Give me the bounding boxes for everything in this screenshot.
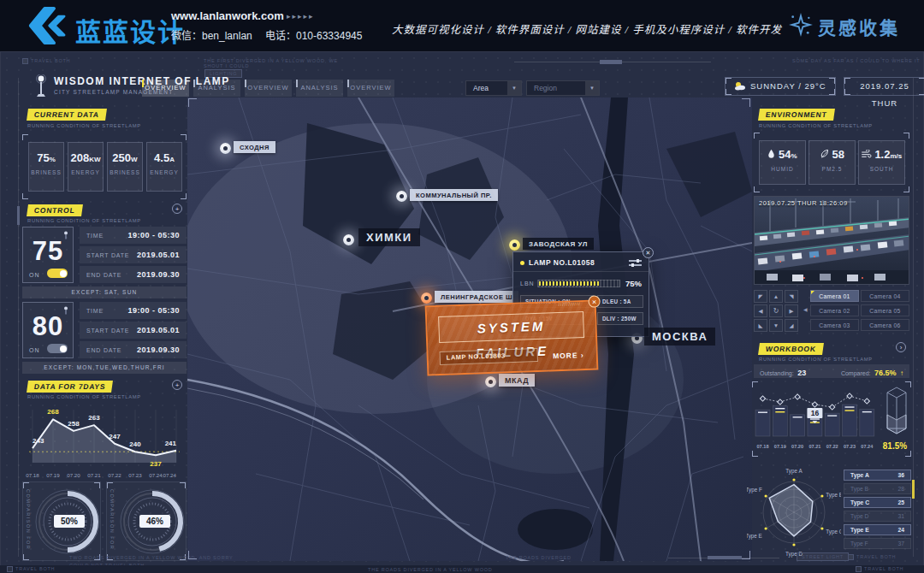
lamp-toggle[interactable] [47, 344, 68, 353]
env-wind: 1.2m/s SOUTH [858, 140, 905, 185]
decor-text: THE ROADS DIVERGED [506, 555, 572, 560]
svg-text:237: 237 [150, 460, 162, 468]
pan-down-left-button[interactable]: ◣ [754, 319, 767, 332]
outstanding-value: 23 [797, 369, 806, 377]
svg-text:07.20: 07.20 [67, 472, 80, 478]
legend-type-d[interactable]: Type D31 [844, 511, 911, 522]
svg-text:Type E: Type E [747, 533, 762, 540]
chevron-right-icon: › [581, 351, 584, 359]
tab-analysis-1[interactable]: ANALYSIS [193, 80, 240, 97]
svg-text:07.20: 07.20 [791, 444, 803, 449]
dashboard: TRAVEL BOTH THE FIRST DIVERGED IN A YELL… [0, 51, 924, 573]
gauge-label: COMPARISON FOR [110, 489, 115, 550]
svg-text:07.21: 07.21 [808, 444, 820, 449]
map-label-zavodskaya[interactable]: ЗАВОДСКАЯ УЛ [523, 238, 594, 250]
map-label-kommunalny[interactable]: КОММУНАЛЬНЫЙ ПР. [410, 189, 498, 201]
panel-title-7days: DATA FOR 7DAYS [27, 381, 113, 393]
right-scroll-track[interactable] [913, 78, 914, 557]
region-select[interactable]: Region ▼ [526, 80, 600, 96]
reset-view-button[interactable]: ↻ [769, 304, 783, 317]
region-select-value: Region [534, 84, 557, 92]
pan-up-button[interactable]: ▲ [769, 290, 783, 303]
mini-lamp-icon [62, 306, 69, 315]
panel-title-control: CONTROL [27, 204, 83, 216]
svg-text:Type F: Type F [747, 487, 762, 493]
tab-analysis-2[interactable]: ANALYSIS [296, 80, 343, 97]
tab-overview-1[interactable]: OVERVIEW [142, 80, 189, 97]
map-label-moskva[interactable]: МОСКВА [644, 328, 715, 346]
camera-03-button[interactable]: Camera 03 [810, 319, 859, 331]
legend-type-a[interactable]: Type A36 [844, 470, 911, 481]
popup-field-dleu: DLEU : 5A [597, 295, 643, 308]
legend-type-f[interactable]: Type F37 [844, 538, 911, 549]
area-select[interactable]: Area ▼ [465, 80, 522, 96]
lanlan-logo-icon [22, 7, 70, 44]
svg-text:07.24: 07.24 [163, 472, 177, 478]
control-row-start: START DATE2019.05.01 [80, 246, 187, 263]
lamp-pin[interactable] [396, 191, 407, 202]
map-corner-mark [742, 551, 750, 559]
lamp-pin-failure[interactable] [421, 292, 432, 304]
camera-04-button[interactable]: Camera 04 [861, 290, 909, 302]
chevron-down-icon: ▼ [585, 81, 599, 95]
legend-type-b[interactable]: Type B28 [844, 483, 911, 494]
services-list: 大数据可视化设计 / 软件界面设计 / 网站建设 / 手机及小程序设计 / 软件… [392, 21, 782, 37]
pan-up-left-button[interactable]: ◤ [754, 290, 767, 303]
pan-right-button[interactable]: ▶ [785, 304, 798, 317]
brand-name: 蓝蓝设计 [75, 11, 185, 49]
pan-left-button[interactable]: ◀ [754, 304, 767, 317]
svg-text:240: 240 [129, 440, 141, 448]
decor-slider-track[interactable] [514, 62, 711, 62]
website-link[interactable]: www.lanlanwork.com [171, 9, 284, 22]
mini-lamp-icon [62, 231, 69, 239]
camera-video-feed[interactable] [754, 196, 909, 285]
decor-progress-track[interactable] [668, 558, 779, 558]
camera-timestamp: 2019.07.25 THUR 18:26:09 [759, 199, 848, 207]
environment-frame: 54% HUMID 58 PM2.5 1.2m/s SOUTH [754, 133, 909, 192]
svg-text:263: 263 [88, 414, 100, 422]
footer-strip: TRAVEL BOTH THE ROADS DIVERGED IN A YELL… [0, 565, 924, 573]
tab-overview-2[interactable]: OVERVIEW [245, 80, 292, 97]
panel-title-workbook: WORKBOOK [758, 343, 824, 355]
collapse-arrow-icon[interactable]: ◀ [803, 306, 808, 312]
inspiration-collect-label[interactable]: 灵感收集 [818, 14, 900, 39]
lamp-pin-warning[interactable] [509, 239, 520, 251]
map-corner-mark [188, 551, 197, 559]
sparkle-icon [789, 13, 813, 37]
camera-02-button[interactable]: Camera 02 [810, 304, 859, 316]
svg-text:Type C: Type C [826, 529, 841, 535]
7days-add-button[interactable]: + [172, 380, 182, 390]
lamp-pin[interactable] [220, 143, 231, 154]
camera-05-button[interactable]: Camera 05 [861, 304, 909, 316]
lamp-pin[interactable] [343, 234, 354, 245]
tab-overview-3[interactable]: OVERVIEW [347, 80, 394, 97]
pan-down-right-button[interactable]: ◢ [785, 319, 798, 332]
map-label-skhodnya[interactable]: СХОДНЯ [234, 141, 275, 153]
map-label-leningradskoe[interactable]: ЛЕНИНГРАДСКОЕ Ш [435, 291, 518, 303]
left-scroll-track[interactable] [18, 78, 19, 557]
comparison-gauge-1: COMPARISON FOR 50% [22, 481, 101, 561]
popup-close-button[interactable]: ✕ [643, 247, 654, 258]
alert-more-button[interactable]: MORE › [553, 351, 584, 360]
settings-sliders-icon[interactable] [629, 258, 642, 267]
control-add-button[interactable]: + [172, 204, 182, 214]
lamp-toggle[interactable] [47, 269, 68, 278]
svg-text:243: 243 [33, 437, 44, 445]
screen: 蓝蓝设计 www.lanlanwork.com ▸▸▸▸▸ 微信：ben_lan… [0, 0, 924, 573]
chevron-down-icon: ▼ [507, 81, 521, 95]
workbook-next-button[interactable]: › [896, 342, 906, 352]
camera-06-button[interactable]: Camera 06 [861, 319, 909, 331]
camera-01-button[interactable]: Camera 01 [810, 290, 859, 302]
map-label-mkad[interactable]: МКАД [499, 374, 535, 387]
up-arrow-icon: ↑ [900, 369, 903, 377]
brightness-bar[interactable] [537, 280, 620, 287]
map-label-khimki[interactable]: ХИМКИ [358, 228, 420, 246]
legend-type-e[interactable]: Type E24 [844, 524, 911, 535]
lamp-pin[interactable] [485, 376, 496, 387]
pan-up-right-button[interactable]: ◥ [785, 290, 798, 303]
env-humidity: 54% HUMID [759, 140, 806, 185]
pan-down-button[interactable]: ▼ [769, 319, 783, 332]
legend-type-c[interactable]: Type C25 [844, 497, 911, 508]
brightness-label: LBN [520, 281, 537, 286]
sun-cloud-icon [734, 81, 746, 91]
